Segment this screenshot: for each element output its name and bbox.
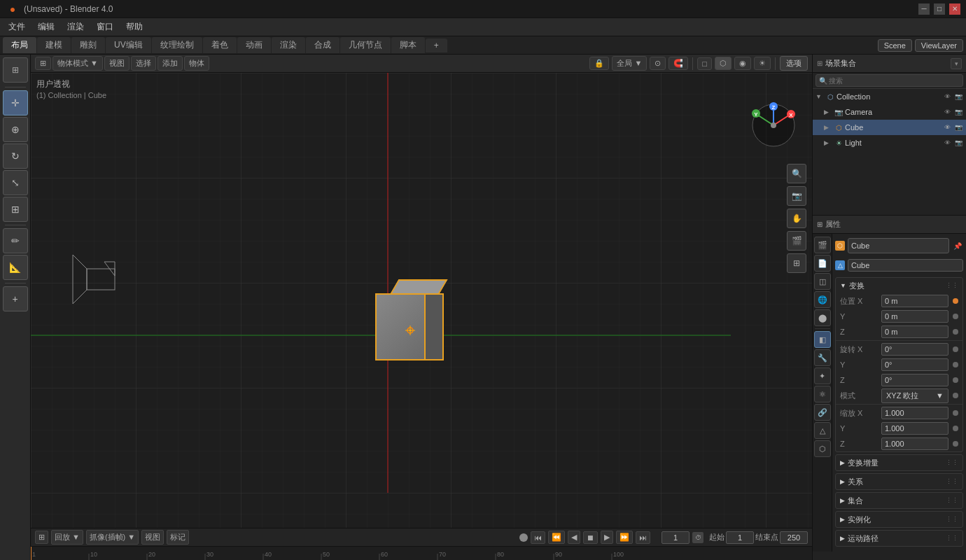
viewport-lock-button[interactable]: 🔒 — [589, 57, 609, 70]
mode-selector-button[interactable]: ⊞ — [3, 57, 28, 83]
step-back-button[interactable]: ⏪ — [548, 531, 565, 544]
camera-expand-icon[interactable]: ▶ — [824, 108, 832, 115]
tab-shading[interactable]: 着色 — [203, 37, 237, 53]
mesh-name-field[interactable]: Cube — [848, 259, 963, 272]
minimize-button[interactable]: ─ — [918, 4, 930, 15]
modifier-props-button[interactable]: 🔧 — [814, 349, 831, 366]
delta-transform-header[interactable]: ▶ 变换增量 ⋮⋮ — [836, 455, 962, 470]
scene-props-button[interactable]: 🌐 — [814, 291, 831, 308]
end-frame-input[interactable]: 250 — [780, 531, 808, 544]
rotation-y-input[interactable]: 0° — [881, 358, 948, 371]
view-layer-props-button[interactable]: ◫ — [814, 273, 831, 290]
edit-menu[interactable]: 编辑 — [32, 20, 60, 34]
render-props-button[interactable]: 🎬 — [814, 237, 831, 253]
proportional-edit-button[interactable]: ⊙ — [650, 57, 666, 70]
tab-uv-editing[interactable]: UV编辑 — [106, 37, 151, 53]
particles-props-button[interactable]: ✦ — [814, 368, 831, 384]
stop-button[interactable]: ⏹ — [583, 531, 598, 544]
tab-geometry-nodes[interactable]: 几何节点 — [340, 37, 391, 53]
cube-render-button[interactable]: 📷 — [953, 122, 963, 132]
outliner-light-row[interactable]: ▶ ☀ Light 👁 📷 — [813, 135, 966, 150]
measure-tool-button[interactable]: 📐 — [3, 255, 28, 280]
snap-button[interactable]: 🧲 — [668, 57, 688, 70]
output-props-button[interactable]: 📄 — [814, 255, 831, 272]
viewport-gizmo[interactable]: Z X Y — [749, 101, 798, 150]
tab-modeling[interactable]: 建模 — [37, 37, 71, 53]
current-frame-display[interactable]: 1 — [662, 531, 690, 544]
quad-view-button[interactable]: ⊞ — [787, 253, 806, 273]
file-menu[interactable]: 文件 — [3, 20, 31, 34]
world-props-button[interactable]: ⬤ — [814, 309, 831, 326]
outliner-camera-row[interactable]: ▶ 📷 Camera 👁 📷 — [813, 104, 966, 120]
rendered-shading-button[interactable]: ☀ — [754, 57, 771, 70]
tab-rendering[interactable]: 渲染 — [272, 37, 305, 53]
view-menu-button[interactable]: 视图 — [104, 56, 130, 71]
tab-animation[interactable]: 动画 — [237, 37, 271, 53]
annotate-tool-button[interactable]: ✏ — [3, 228, 28, 253]
add-object-button[interactable]: + — [3, 286, 28, 312]
playback-menu-button[interactable]: 回放 ▼ — [51, 530, 83, 545]
rotation-x-input[interactable]: 0° — [881, 343, 948, 356]
viewlayer-selector[interactable]: ViewLayer — [915, 39, 963, 52]
object-props-button[interactable]: ◧ — [814, 331, 831, 348]
pan-button[interactable]: ✋ — [787, 209, 806, 228]
markers-menu-button[interactable]: 标记 — [167, 530, 189, 545]
outliner-cube-row[interactable]: ▶ ⬡ Cube 👁 📷 — [813, 120, 966, 135]
view-tl-menu-button[interactable]: 视图 — [141, 530, 164, 545]
zoom-in-button[interactable]: 🔍 — [787, 164, 806, 183]
scale-z-input[interactable]: 1.000 — [881, 438, 948, 450]
motion-path-header[interactable]: ▶ 运动路径 ⋮⋮ — [836, 531, 962, 546]
cursor-tool-button[interactable]: ✛ — [3, 90, 28, 115]
light-render-button[interactable]: 📷 — [953, 138, 963, 148]
outliner-filter-button[interactable]: ▾ — [951, 58, 962, 69]
scale-tool-button[interactable]: ⤡ — [3, 170, 28, 195]
window-controls[interactable]: ─ □ ✕ — [918, 4, 960, 15]
zoom-camera-button[interactable]: 📷 — [787, 186, 806, 206]
collection-expand-icon[interactable]: ▼ — [816, 93, 824, 100]
material-preview-button[interactable]: ◉ — [734, 57, 751, 70]
location-z-lock[interactable] — [953, 329, 958, 335]
overlays-button[interactable]: 选项 — [780, 56, 808, 71]
camera-visibility-button[interactable]: 👁 — [942, 107, 952, 117]
light-visibility-button[interactable]: 👁 — [942, 138, 952, 148]
object-menu-button[interactable]: 物体 — [184, 56, 209, 71]
move-tool-button[interactable]: ⊕ — [3, 117, 28, 142]
rotation-x-lock[interactable] — [953, 346, 958, 352]
tab-layout[interactable]: 布局 — [3, 37, 36, 53]
window-menu[interactable]: 窗口 — [91, 20, 119, 34]
close-button[interactable]: ✕ — [949, 4, 960, 15]
outliner-collection-row[interactable]: ▼ ⬡ Collection 👁 📷 — [813, 89, 966, 104]
rotation-z-lock[interactable] — [953, 377, 958, 383]
tab-texture-paint[interactable]: 纹理绘制 — [152, 37, 202, 53]
wireframe-shading-button[interactable]: □ — [697, 57, 712, 70]
scale-y-lock[interactable] — [953, 426, 958, 431]
location-y-lock[interactable] — [953, 314, 958, 319]
transform-tool-button[interactable]: ⊞ — [3, 197, 28, 222]
location-x-input[interactable]: 0 m — [881, 295, 948, 307]
play-forward-button[interactable]: ▶ — [601, 531, 613, 544]
tab-add-button[interactable]: + — [426, 38, 447, 52]
cube-visibility-button[interactable]: 👁 — [942, 122, 952, 132]
scene-selector[interactable]: Scene — [878, 39, 912, 52]
object-name-field[interactable]: Cube — [848, 238, 949, 253]
scale-y-input[interactable]: 1.000 — [881, 422, 948, 435]
solid-shading-button[interactable]: ⬡ — [715, 57, 732, 70]
rotation-y-lock[interactable] — [953, 362, 958, 368]
viewport-mode-button[interactable]: 物体模式 ▼ — [52, 56, 103, 71]
scale-x-lock[interactable] — [953, 410, 958, 416]
step-forward-button[interactable]: ⏩ — [616, 531, 633, 544]
camera-view-button[interactable]: 🎬 — [787, 231, 806, 251]
global-local-button[interactable]: 全局 ▼ — [612, 56, 647, 71]
physics-props-button[interactable]: ⚛ — [814, 386, 831, 402]
jump-end-button[interactable]: ⏭ — [636, 531, 650, 544]
location-z-input[interactable]: 0 m — [881, 326, 948, 338]
frame-ruler[interactable]: 1 10 20 30 40 50 60 70 80 90 1 — [31, 546, 812, 560]
add-menu-button[interactable]: 添加 — [158, 56, 183, 71]
instancing-header[interactable]: ▶ 实例化 ⋮⋮ — [836, 512, 962, 527]
constraints-props-button[interactable]: 🔗 — [814, 404, 831, 421]
light-expand-icon[interactable]: ▶ — [824, 139, 832, 146]
outliner-search-input[interactable] — [829, 77, 960, 85]
tab-scripting[interactable]: 脚本 — [391, 37, 425, 53]
location-x-lock[interactable] — [953, 298, 958, 304]
render-menu[interactable]: 渲染 — [62, 20, 90, 34]
